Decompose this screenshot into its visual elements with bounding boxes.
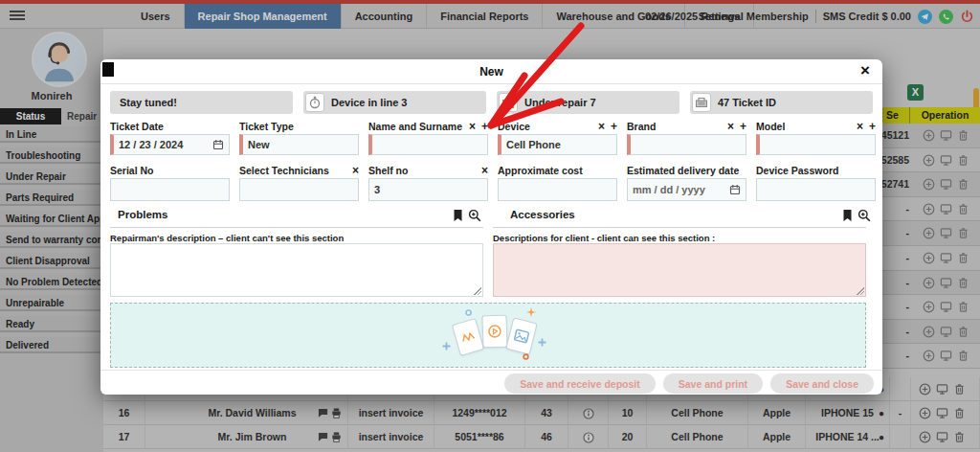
field-device: Device ×+ Cell Phone (498, 121, 617, 155)
save-and-print-button[interactable]: Save and print (663, 373, 763, 394)
field-label: Ticket Date (110, 121, 164, 133)
select-technicians-input[interactable] (239, 178, 359, 201)
approximate-cost-input[interactable] (498, 178, 617, 201)
ticket-date-input[interactable]: 12 / 23 / 2024 (110, 134, 230, 155)
client-description-textarea[interactable] (493, 243, 866, 297)
save-and-close-button[interactable]: Save and close (770, 373, 874, 394)
calendar-icon[interactable] (729, 184, 741, 195)
stopwatch-icon (305, 93, 324, 112)
field-label: Name and Surname (368, 121, 462, 133)
bookmark-icon[interactable] (842, 209, 853, 222)
new-ticket-modal: New × Stay tuned! Device in line 3 Under… (100, 59, 882, 395)
files-illustration (442, 307, 547, 365)
footer-divider (100, 370, 882, 371)
field-ticket-date: Ticket Date 12 / 23 / 2024 (110, 121, 230, 155)
name-surname-input[interactable] (368, 134, 488, 155)
video-file-card (481, 315, 507, 349)
field-label: Device Password (756, 165, 838, 177)
field-label: Approximate cost (498, 165, 583, 177)
clear-field-icon[interactable]: × (469, 121, 476, 133)
clear-field-icon[interactable]: × (352, 165, 359, 177)
field-model: Model ×+ (756, 121, 876, 155)
field-label: Estimated delivery date (627, 165, 739, 177)
field-name-surname: Name and Surname ×+ (368, 121, 488, 155)
sparkle-plus-icon (538, 338, 546, 347)
field-label: Select Technicians (239, 165, 329, 177)
brand-input[interactable] (627, 134, 746, 155)
chip-stay-tuned[interactable]: Stay tuned! (110, 91, 293, 114)
image-file-card (505, 317, 537, 354)
client-description-label: Descriptions for client - client can see… (493, 233, 715, 243)
add-new-icon[interactable]: + (611, 121, 617, 133)
status-chips: Stay tuned! Device in line 3 Under repai… (110, 91, 873, 114)
clear-field-icon[interactable]: × (727, 121, 734, 133)
clear-field-icon[interactable]: × (598, 121, 605, 133)
attachments-dropzone[interactable] (110, 303, 866, 368)
field-shelf-no: Shelf no × 3 (368, 165, 488, 201)
add-new-icon[interactable]: + (740, 121, 746, 133)
zoom-in-icon[interactable] (858, 209, 871, 222)
section-divider (493, 227, 866, 228)
footer-buttons: Save and receive deposit Save and print … (504, 373, 874, 394)
bookmark-icon[interactable] (453, 209, 463, 222)
shelf-no-input[interactable]: 3 (368, 178, 488, 201)
sparkle-star-icon (526, 307, 536, 317)
field-select-technicians: Select Technicians × (239, 165, 359, 201)
audio-file-card (452, 318, 484, 356)
zoom-in-icon[interactable] (468, 209, 481, 222)
accessories-section-title: Accessories (510, 209, 575, 224)
field-label: Serial No (110, 165, 154, 177)
chip-under-repair[interactable]: Under repair 7 (497, 91, 679, 114)
add-new-icon[interactable]: + (481, 121, 488, 133)
field-approximate-cost: Approximate cost (498, 165, 617, 201)
device-password-input[interactable] (756, 178, 876, 201)
problems-section-title: Problems (118, 209, 167, 224)
calendar-icon[interactable] (212, 139, 224, 150)
ticket-machine-icon (692, 93, 711, 112)
field-ticket-type: Ticket Type New (239, 121, 359, 155)
repairman-description-label: Repairman's description – client can't s… (110, 233, 344, 243)
field-brand: Brand ×+ (627, 121, 746, 155)
clear-field-icon[interactable]: × (481, 165, 488, 177)
field-label: Ticket Type (239, 121, 294, 133)
resize-grip[interactable] (474, 287, 481, 295)
ticket-type-input[interactable]: New (239, 134, 359, 155)
section-divider (110, 227, 483, 228)
add-new-icon[interactable]: + (869, 121, 876, 133)
field-serial-no: Serial No (110, 165, 230, 201)
field-label: Model (756, 121, 785, 133)
repairman-description-textarea[interactable] (110, 243, 483, 297)
serial-no-input[interactable] (110, 178, 230, 201)
save-and-receive-deposit-button[interactable]: Save and receive deposit (504, 373, 655, 394)
repair-box-icon (499, 93, 518, 112)
field-device-password: Device Password (756, 165, 876, 201)
sparkle-circle-icon (465, 309, 472, 316)
screen: Users Repair Shop Management Accounting … (0, 0, 980, 452)
estimated-delivery-date-input[interactable]: mm / dd / yyyy (627, 178, 746, 201)
resize-grip[interactable] (857, 287, 864, 295)
chip-ticket-id[interactable]: 47 Ticket ID (690, 91, 873, 114)
field-label: Shelf no (368, 165, 408, 177)
chip-device-in-line[interactable]: Device in line 3 (303, 91, 486, 114)
modal-title: New (100, 59, 882, 84)
sparkle-plus-icon (442, 342, 451, 350)
field-label: Brand (627, 121, 656, 133)
close-icon[interactable]: × (856, 61, 875, 80)
device-input[interactable]: Cell Phone (498, 134, 617, 155)
field-label: Device (498, 121, 530, 133)
clear-field-icon[interactable]: × (857, 121, 863, 133)
model-input[interactable] (756, 134, 876, 155)
field-estimated-delivery-date: Estimated delivery date mm / dd / yyyy (627, 165, 746, 201)
sparkle-dot-icon (523, 353, 529, 360)
